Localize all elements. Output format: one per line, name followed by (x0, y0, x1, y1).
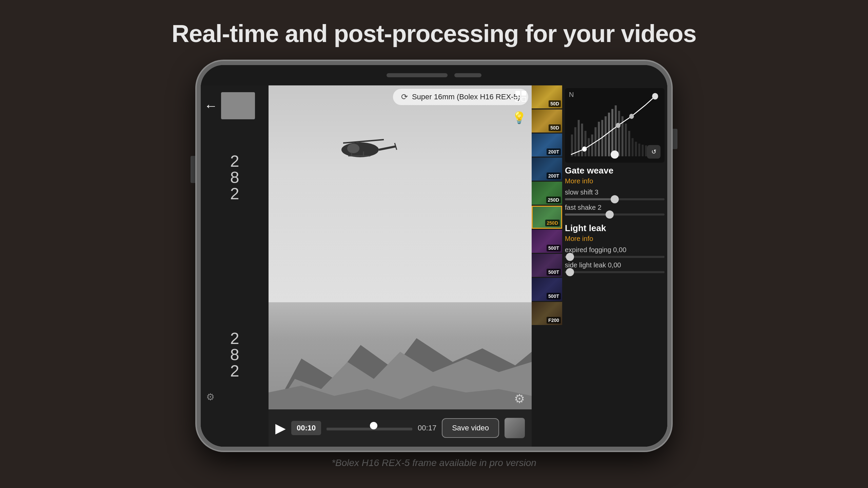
film-label: 250D (546, 197, 561, 203)
curve-histogram-area: N (565, 88, 665, 163)
fast-shake-slider-row: fast shake 2 (565, 204, 665, 216)
gear-icon[interactable]: ⚙ (514, 392, 525, 406)
page-title: Real-time and post-processing for your v… (172, 20, 696, 47)
film-strip-f200[interactable]: F200 (532, 302, 562, 325)
film-name-label: Super 16mm (Bolex H16 REX-5) (412, 93, 520, 101)
progress-container (327, 426, 412, 430)
back-button-container: ← (204, 92, 255, 119)
settings-small-icon[interactable]: ⚙ (206, 391, 215, 403)
expired-fogging-thumb[interactable] (566, 253, 574, 261)
video-controls-bar: ▶ 00:10 00:17 Save video (269, 409, 532, 447)
film-strip-50d-1[interactable]: 50D (532, 85, 562, 108)
svg-rect-11 (571, 135, 573, 156)
film-strip-500t-1[interactable]: 500T (532, 230, 562, 253)
svg-point-37 (652, 93, 658, 99)
settings-column: N (562, 85, 667, 447)
gate-weave-title: Gate weave (565, 165, 665, 176)
phone-status-bar (201, 65, 667, 85)
film-strip-250d-active[interactable]: 250D (532, 206, 562, 229)
svg-rect-25 (618, 111, 620, 156)
video-background: ⟳ Super 16mm (Bolex H16 REX-5) (269, 85, 532, 447)
play-button[interactable]: ▶ (275, 420, 286, 436)
light-leak-more-info[interactable]: More info (565, 235, 665, 243)
light-leak-section: Light leak More info expired fogging 0,0… (565, 223, 665, 277)
film-strip-50d-2[interactable]: 50D (532, 109, 562, 133)
side-light-leak-label: side light leak 0,00 (565, 261, 665, 269)
film-strip-200t-1[interactable]: 200T (532, 134, 562, 157)
fast-shake-track[interactable] (565, 214, 665, 216)
sky-bg (269, 85, 532, 302)
svg-rect-15 (585, 131, 587, 156)
film-label: F200 (547, 317, 561, 324)
reset-curve-button[interactable]: ↺ (647, 145, 660, 159)
svg-rect-32 (642, 145, 644, 156)
film-label: 50D (549, 124, 561, 131)
film-icon: ⟳ (401, 92, 408, 102)
svg-rect-17 (591, 135, 593, 156)
phone-wrapper: ← 2 8 2 2 8 2 ⚙ (197, 61, 671, 451)
thumbnail-preview (221, 92, 255, 119)
expired-fogging-label: expired fogging 0,00 (565, 246, 665, 254)
film-strip-500t-3[interactable]: 500T (532, 278, 562, 301)
film-selector[interactable]: ⟳ Super 16mm (Bolex H16 REX-5) (393, 89, 528, 105)
film-label: 50D (549, 100, 561, 107)
expired-fogging-track[interactable] (565, 256, 665, 258)
svg-point-36 (629, 114, 634, 119)
fast-shake-thumb[interactable] (606, 210, 614, 219)
svg-point-34 (582, 146, 587, 151)
svg-rect-28 (628, 131, 630, 156)
progress-thumb[interactable] (370, 422, 377, 429)
back-arrow-icon[interactable]: ← (204, 98, 218, 114)
svg-rect-12 (574, 127, 576, 156)
left-panel: ← 2 8 2 2 8 2 ⚙ (201, 85, 269, 447)
svg-rect-22 (608, 113, 610, 156)
film-label: 500T (547, 293, 561, 300)
fast-shake-label: fast shake 2 (565, 204, 665, 211)
svg-rect-16 (588, 138, 590, 157)
helicopter-icon (330, 133, 397, 167)
lightbulb-icon[interactable]: 💡 (512, 111, 526, 124)
svg-rect-21 (605, 116, 607, 156)
notch-pill (387, 73, 448, 77)
slow-shift-track[interactable] (565, 198, 665, 200)
gate-weave-more-info[interactable]: More info (565, 177, 665, 185)
film-label-active: 250D (545, 220, 560, 226)
curve-slider-thumb[interactable] (611, 150, 619, 159)
svg-rect-31 (638, 144, 640, 157)
grid-overlay-icon[interactable] (515, 91, 526, 102)
phone-content: ← 2 8 2 2 8 2 ⚙ (201, 85, 667, 447)
film-label: 500T (547, 245, 561, 251)
film-label: 500T (547, 269, 561, 276)
frame-number-top: 2 8 2 (230, 153, 239, 202)
svg-point-5 (347, 144, 359, 153)
footer-text: *Bolex H16 REX-5 frame available in pro … (332, 458, 536, 468)
svg-rect-23 (611, 109, 613, 157)
notch-pill-small (454, 73, 481, 77)
svg-rect-29 (632, 138, 634, 157)
film-strip-500t-2[interactable]: 500T (532, 254, 562, 277)
volume-button (191, 156, 195, 183)
expired-fogging-slider-row: expired fogging 0,00 (565, 246, 665, 258)
film-strip-250d-1[interactable]: 250D (532, 182, 562, 205)
slow-shift-slider-row: slow shift 3 (565, 188, 665, 200)
side-light-leak-thumb[interactable] (566, 268, 574, 276)
video-top-bar: ⟳ Super 16mm (Bolex H16 REX-5) (272, 89, 528, 105)
film-label: 200T (547, 148, 561, 155)
save-video-button[interactable]: Save video (442, 418, 499, 438)
slow-shift-thumb[interactable] (611, 195, 619, 203)
film-strip-200t-2[interactable]: 200T (532, 158, 562, 181)
phone-frame: ← 2 8 2 2 8 2 ⚙ (197, 61, 671, 451)
film-label: 200T (547, 172, 561, 179)
svg-line-6 (379, 146, 396, 150)
curve-label-n: N (569, 91, 574, 99)
power-button (673, 129, 677, 149)
svg-rect-27 (625, 124, 627, 157)
gate-weave-section: Gate weave More info slow shift 3 (565, 165, 665, 219)
film-strip-column: 50D 50D 200T 200T 250D 250D (532, 85, 562, 447)
mountain-silhouette (269, 318, 532, 420)
current-time-display: 00:10 (291, 421, 321, 435)
svg-rect-30 (635, 142, 637, 156)
side-light-leak-track[interactable] (565, 271, 665, 273)
svg-rect-14 (581, 124, 583, 157)
avatar-thumbnail[interactable] (505, 418, 525, 438)
